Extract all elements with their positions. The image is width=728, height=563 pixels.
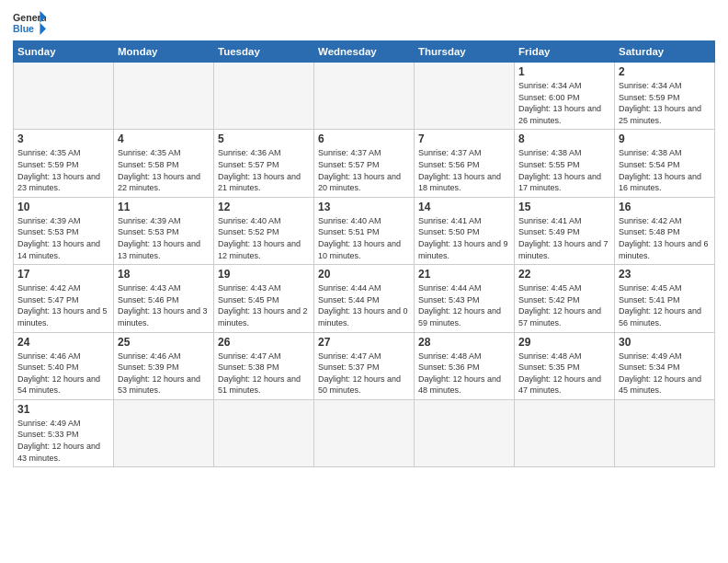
calendar-cell [615, 399, 715, 466]
calendar-cell: 25Sunrise: 4:46 AM Sunset: 5:39 PM Dayli… [114, 332, 214, 399]
day-info: Sunrise: 4:44 AM Sunset: 5:43 PM Dayligh… [418, 282, 510, 328]
weekday-header-saturday: Saturday [615, 41, 715, 63]
calendar-cell: 18Sunrise: 4:43 AM Sunset: 5:46 PM Dayli… [114, 265, 214, 332]
weekday-header-row: SundayMondayTuesdayWednesdayThursdayFrid… [14, 41, 715, 63]
day-info: Sunrise: 4:49 AM Sunset: 5:34 PM Dayligh… [619, 350, 711, 396]
day-number: 7 [418, 132, 510, 145]
weekday-header-friday: Friday [515, 41, 615, 63]
weekday-header-thursday: Thursday [415, 41, 515, 63]
page: General Blue SundayMondayTuesdayWednesda… [0, 0, 728, 563]
calendar-cell: 7Sunrise: 4:37 AM Sunset: 5:56 PM Daylig… [415, 130, 515, 197]
day-number: 27 [318, 336, 410, 349]
week-row-3: 10Sunrise: 4:39 AM Sunset: 5:53 PM Dayli… [14, 197, 715, 264]
calendar-cell: 21Sunrise: 4:44 AM Sunset: 5:43 PM Dayli… [415, 265, 515, 332]
calendar-cell: 19Sunrise: 4:43 AM Sunset: 5:45 PM Dayli… [214, 265, 314, 332]
day-number: 8 [518, 132, 610, 145]
calendar-cell: 23Sunrise: 4:45 AM Sunset: 5:41 PM Dayli… [615, 265, 715, 332]
calendar-cell [515, 399, 615, 466]
day-info: Sunrise: 4:43 AM Sunset: 5:45 PM Dayligh… [218, 282, 310, 328]
day-number: 1 [518, 65, 610, 78]
day-number: 12 [218, 201, 310, 213]
day-info: Sunrise: 4:41 AM Sunset: 5:50 PM Dayligh… [418, 215, 510, 261]
weekday-header-sunday: Sunday [14, 41, 114, 63]
day-number: 13 [318, 201, 410, 213]
calendar-cell: 4Sunrise: 4:35 AM Sunset: 5:58 PM Daylig… [114, 130, 214, 197]
day-number: 16 [619, 201, 711, 213]
day-number: 28 [418, 336, 510, 349]
weekday-header-monday: Monday [114, 41, 214, 63]
day-info: Sunrise: 4:40 AM Sunset: 5:52 PM Dayligh… [218, 215, 310, 261]
calendar-cell: 5Sunrise: 4:36 AM Sunset: 5:57 PM Daylig… [214, 130, 314, 197]
week-row-2: 3Sunrise: 4:35 AM Sunset: 5:59 PM Daylig… [14, 130, 715, 197]
day-number: 26 [218, 336, 310, 349]
calendar-cell: 11Sunrise: 4:39 AM Sunset: 5:53 PM Dayli… [114, 197, 214, 264]
day-info: Sunrise: 4:34 AM Sunset: 5:59 PM Dayligh… [619, 80, 711, 126]
day-info: Sunrise: 4:35 AM Sunset: 5:59 PM Dayligh… [17, 147, 109, 193]
svg-text:Blue: Blue [13, 23, 34, 34]
calendar-cell [214, 399, 314, 466]
calendar-cell [314, 399, 415, 466]
day-number: 17 [17, 268, 109, 281]
day-info: Sunrise: 4:34 AM Sunset: 6:00 PM Dayligh… [518, 80, 610, 126]
calendar-cell: 22Sunrise: 4:45 AM Sunset: 5:42 PM Dayli… [515, 265, 615, 332]
day-info: Sunrise: 4:48 AM Sunset: 5:35 PM Dayligh… [518, 350, 610, 396]
week-row-1: 1Sunrise: 4:34 AM Sunset: 6:00 PM Daylig… [14, 63, 715, 130]
day-number: 15 [518, 201, 610, 213]
calendar-cell: 30Sunrise: 4:49 AM Sunset: 5:34 PM Dayli… [615, 332, 715, 399]
day-info: Sunrise: 4:46 AM Sunset: 5:39 PM Dayligh… [118, 350, 210, 396]
day-info: Sunrise: 4:48 AM Sunset: 5:36 PM Dayligh… [418, 350, 510, 396]
calendar-cell: 9Sunrise: 4:38 AM Sunset: 5:54 PM Daylig… [615, 130, 715, 197]
day-number: 21 [418, 268, 510, 281]
day-number: 19 [218, 268, 310, 281]
calendar-cell [314, 63, 415, 130]
calendar-cell [114, 399, 214, 466]
day-number: 6 [318, 132, 410, 145]
day-info: Sunrise: 4:45 AM Sunset: 5:42 PM Dayligh… [518, 282, 610, 328]
calendar-cell: 29Sunrise: 4:48 AM Sunset: 5:35 PM Dayli… [515, 332, 615, 399]
day-info: Sunrise: 4:47 AM Sunset: 5:38 PM Dayligh… [218, 350, 310, 396]
day-info: Sunrise: 4:43 AM Sunset: 5:46 PM Dayligh… [118, 282, 210, 328]
calendar-cell: 17Sunrise: 4:42 AM Sunset: 5:47 PM Dayli… [14, 265, 114, 332]
day-info: Sunrise: 4:36 AM Sunset: 5:57 PM Dayligh… [218, 147, 310, 193]
day-number: 5 [218, 132, 310, 145]
calendar-cell [415, 399, 515, 466]
day-number: 2 [619, 65, 711, 78]
day-number: 3 [17, 132, 109, 145]
day-number: 18 [118, 268, 210, 281]
day-number: 9 [619, 132, 711, 145]
day-info: Sunrise: 4:41 AM Sunset: 5:49 PM Dayligh… [518, 215, 610, 261]
generalblue-logo-icon: General Blue [13, 9, 46, 35]
calendar-cell: 14Sunrise: 4:41 AM Sunset: 5:50 PM Dayli… [415, 197, 515, 264]
calendar-cell: 6Sunrise: 4:37 AM Sunset: 5:57 PM Daylig… [314, 130, 415, 197]
day-info: Sunrise: 4:39 AM Sunset: 5:53 PM Dayligh… [118, 215, 210, 261]
calendar-cell: 10Sunrise: 4:39 AM Sunset: 5:53 PM Dayli… [14, 197, 114, 264]
day-info: Sunrise: 4:37 AM Sunset: 5:57 PM Dayligh… [318, 147, 410, 193]
calendar-cell: 20Sunrise: 4:44 AM Sunset: 5:44 PM Dayli… [314, 265, 415, 332]
header: General Blue [13, 9, 715, 35]
calendar-cell: 8Sunrise: 4:38 AM Sunset: 5:55 PM Daylig… [515, 130, 615, 197]
day-number: 24 [17, 336, 109, 349]
calendar-cell: 24Sunrise: 4:46 AM Sunset: 5:40 PM Dayli… [14, 332, 114, 399]
week-row-5: 24Sunrise: 4:46 AM Sunset: 5:40 PM Dayli… [14, 332, 715, 399]
day-number: 10 [17, 201, 109, 213]
day-info: Sunrise: 4:42 AM Sunset: 5:47 PM Dayligh… [17, 282, 109, 328]
day-info: Sunrise: 4:40 AM Sunset: 5:51 PM Dayligh… [318, 215, 410, 261]
calendar-cell: 27Sunrise: 4:47 AM Sunset: 5:37 PM Dayli… [314, 332, 415, 399]
calendar-cell: 1Sunrise: 4:34 AM Sunset: 6:00 PM Daylig… [515, 63, 615, 130]
day-info: Sunrise: 4:37 AM Sunset: 5:56 PM Dayligh… [418, 147, 510, 193]
calendar-cell: 31Sunrise: 4:49 AM Sunset: 5:33 PM Dayli… [14, 399, 114, 466]
day-number: 30 [619, 336, 711, 349]
calendar-cell [14, 63, 114, 130]
day-number: 23 [619, 268, 711, 281]
weekday-header-tuesday: Tuesday [214, 41, 314, 63]
calendar-cell [214, 63, 314, 130]
week-row-6: 31Sunrise: 4:49 AM Sunset: 5:33 PM Dayli… [14, 399, 715, 466]
day-info: Sunrise: 4:45 AM Sunset: 5:41 PM Dayligh… [619, 282, 711, 328]
week-row-4: 17Sunrise: 4:42 AM Sunset: 5:47 PM Dayli… [14, 265, 715, 332]
calendar-cell: 16Sunrise: 4:42 AM Sunset: 5:48 PM Dayli… [615, 197, 715, 264]
day-number: 22 [518, 268, 610, 281]
day-number: 25 [118, 336, 210, 349]
calendar-cell: 2Sunrise: 4:34 AM Sunset: 5:59 PM Daylig… [615, 63, 715, 130]
calendar: SundayMondayTuesdayWednesdayThursdayFrid… [13, 40, 715, 467]
calendar-cell [415, 63, 515, 130]
